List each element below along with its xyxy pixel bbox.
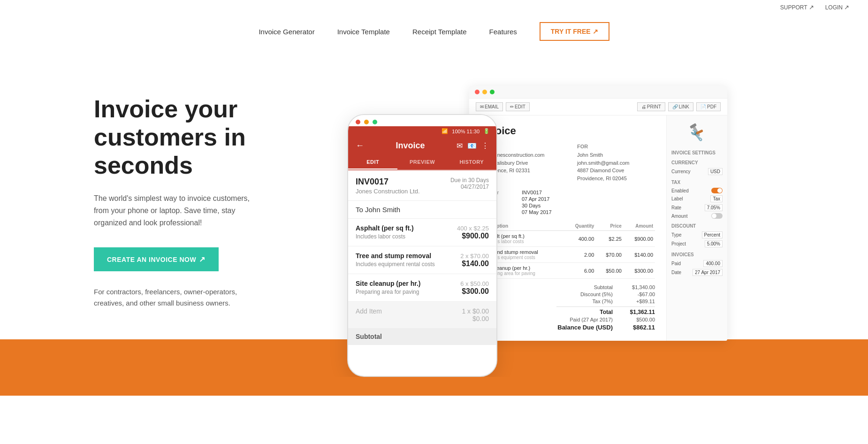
login-label: LOGIN [825,4,843,11]
email-icon: ✉ [480,104,484,109]
total-row-balance: Balance Due (USD) $862.11 [556,324,655,331]
tax-rate-value[interactable]: 7.05% [705,204,723,211]
tax-label-value[interactable]: Tax [710,195,723,202]
nav-features[interactable]: Features [489,28,517,36]
th-quantity: Quantity [564,222,596,231]
hero-title: Invoice your customers in seconds [94,95,319,179]
item-qty-3: 6 x $50.00 [460,280,489,287]
total-row-paid: Paid (27 Apr 2017) $500.00 [556,317,655,322]
invoice-main: Invoice From bar@jonesconstruction.com70… [469,115,666,341]
top-bar: SUPPORT ↗ LOGIN ↗ [0,0,868,15]
add-item-label: Add Item [356,307,382,322]
table-row-1: Asphalt (per sq ft.) Includes labor cost… [480,231,655,247]
invoices-section: Invoices [671,252,723,257]
nav-links: Invoice Generator Invoice Template Recei… [259,28,517,36]
tab-preview[interactable]: PREVIEW [397,155,447,169]
for-block: For John Smithjohn.smith@gmail.com4887 D… [577,144,655,182]
item-desc-2: Includes equipment rental costs [356,261,435,268]
edit-button[interactable]: ✏ EDIT [506,102,530,111]
currency-value[interactable]: USD [708,168,723,175]
tools-icon: 🔧 [685,121,709,145]
meta-value-terms: 30 Days [522,203,655,208]
currency-section: Currency [671,160,723,165]
tax-toggle[interactable] [711,188,723,193]
link-button[interactable]: 🔗 LINK [668,102,693,111]
login-link[interactable]: LOGIN ↗ [825,4,849,11]
d-dot-red [475,90,480,94]
nav-receipt-template[interactable]: Receipt Template [412,28,467,36]
invoice-item-1: Asphalt (per sq ft.) 400 x $2.25 Include… [348,219,496,246]
item-qty-1: 400 x $2.25 [457,225,489,232]
phone-back-icon[interactable]: ← [356,141,364,151]
pdf-button[interactable]: 📄 PDF [696,102,721,111]
for-address: John Smithjohn.smith@gmail.com4887 Diamo… [577,151,655,182]
support-label: SUPPORT [780,4,807,11]
hero-visuals: 📶 100% 11:30 🔋 ← Invoice ✉ 📧 ⋮ EDIT PREV… [347,77,812,377]
th-amount: Amount [624,222,655,231]
tab-history[interactable]: HISTORY [447,155,496,169]
disc-type-row: Type Percent [671,231,723,238]
nav-invoice-generator[interactable]: Invoice Generator [259,28,314,36]
due-date-value[interactable]: 27 Apr 2017 [693,269,723,276]
email-button[interactable]: ✉ EMAIL [476,102,503,111]
td-qty-2: 2.00 [564,247,596,263]
support-icon: ↗ [809,4,814,11]
disc-type-value[interactable]: Percent [702,231,723,238]
desktop-body: Invoice From bar@jonesconstruction.com70… [469,115,727,341]
disc-rate-row: Project 5.00% [671,240,723,247]
wifi-icon: 📶 [442,128,448,134]
paid-value[interactable]: 400.00 [703,260,723,267]
settings-title: Invoice Settings [671,150,723,155]
phone-top-dots [348,115,496,126]
svg-text:🔧: 🔧 [690,129,703,142]
phone-mockup: 📶 100% 11:30 🔋 ← Invoice ✉ 📧 ⋮ EDIT PREV… [347,114,497,377]
phone-mail-icon[interactable]: 📧 [467,141,477,150]
tax-section: Tax [671,180,723,185]
battery-icon: 🔋 [483,128,490,134]
toolbar-right: 🖨 PRINT 🔗 LINK 📄 PDF [637,102,721,111]
total-row-tax: Tax (7%) +$89.11 [556,299,655,304]
total-row-discount: Discount (5%) -$67.00 [556,291,655,297]
support-link[interactable]: SUPPORT ↗ [780,4,814,11]
subtotal-row: Subtotal [348,328,496,345]
td-amount-2: $140.00 [624,247,655,263]
for-label: For [577,144,655,149]
phone-status-bar: 📶 100% 11:30 🔋 [348,126,496,136]
invoice-table: Description Quantity Price Amount Asphal… [480,222,655,279]
item-qty-2: 2 x $70.00 [460,253,489,260]
discount-section: Discount [671,223,723,229]
desktop-dots-bar [469,86,727,99]
tax-amount-toggle[interactable] [711,213,723,219]
add-item-row[interactable]: Add Item 1 x $0.00 $0.00 [348,302,496,328]
create-invoice-button[interactable]: CREATE AN INVOICE NOW ↗ [94,247,219,271]
td-amount-1: $900.00 [624,231,655,247]
phone-envelope-icon[interactable]: ✉ [457,141,463,150]
item-desc-3: Preparing area for paving [356,289,419,295]
toolbar-left: ✉ EMAIL ✏ EDIT [476,102,530,111]
tab-edit[interactable]: EDIT [348,155,397,169]
disc-rate-value[interactable]: 5.00% [705,240,723,247]
try-free-icon: ↗ [593,28,598,35]
from-for-row: From bar@jonesconstruction.com7010 Salis… [480,144,655,182]
phone-header-icons: ✉ 📧 ⋮ [457,141,489,150]
phone-more-icon[interactable]: ⋮ [481,141,489,150]
item-name-3: Site cleanup (per hr.) [356,280,420,287]
td-price-2: $70.00 [596,247,624,263]
add-amount: $0.00 [462,315,489,322]
edit-icon: ✏ [510,104,514,109]
try-it-free-button[interactable]: TRY IT FREE ↗ [540,22,609,41]
main-nav: Invoice Generator Invoice Template Recei… [0,15,868,48]
hero-desc: For contractors, freelancers, owner-oper… [94,286,244,309]
due-date: 04/27/2017 [450,184,489,190]
print-button[interactable]: 🖨 PRINT [637,102,665,111]
item-total-2: $140.00 [462,260,489,268]
due-date-row: Date 27 Apr 2017 [671,269,723,276]
item-total-3: $300.00 [462,287,489,296]
phone-tabs: EDIT PREVIEW HISTORY [348,155,496,170]
item-name-2: Tree and stump removal [356,252,431,260]
print-icon: 🖨 [641,104,646,109]
nav-invoice-template[interactable]: Invoice Template [337,28,390,36]
cta-icon: ↗ [199,255,206,264]
meta-value-due: 07 May 2017 [522,209,655,215]
hero-subtitle: The world's simplest way to invoice cust… [94,192,263,229]
